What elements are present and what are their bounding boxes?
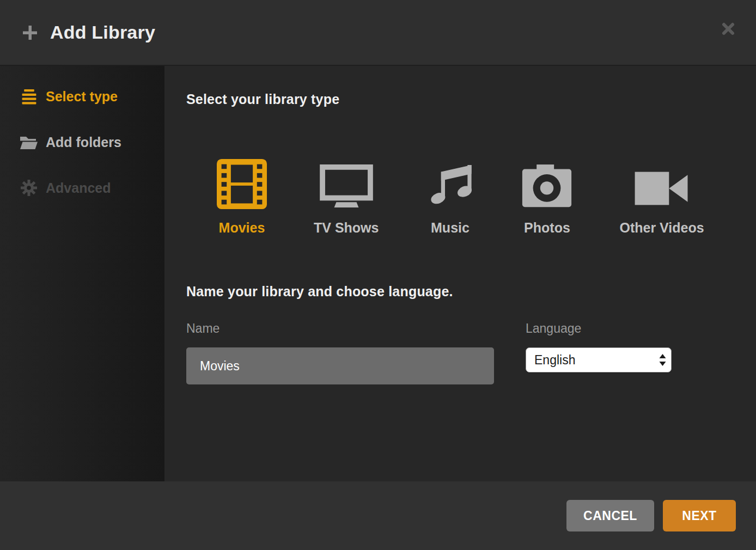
library-type-label: Other Videos — [619, 220, 704, 236]
library-name-input[interactable] — [186, 347, 494, 384]
video-camera-icon — [635, 159, 689, 209]
sidebar-item-add-folders[interactable]: Add folders — [0, 127, 164, 157]
camera-icon — [521, 159, 572, 209]
name-label: Name — [186, 321, 494, 336]
list-icon — [20, 88, 38, 105]
library-type-label: Movies — [219, 220, 265, 236]
dialog-footer: CANCEL NEXT — [0, 481, 756, 550]
library-type-tv-shows[interactable]: TV Shows — [314, 159, 379, 236]
dialog-title: Add Library — [50, 22, 155, 43]
film-strip-icon — [217, 159, 267, 209]
library-type-music[interactable]: Music — [425, 159, 474, 236]
cancel-button[interactable]: CANCEL — [566, 500, 654, 531]
tv-icon — [320, 159, 373, 209]
language-select-value: English — [534, 353, 575, 368]
sidebar-item-label: Advanced — [46, 180, 111, 196]
library-type-label: Photos — [524, 220, 570, 236]
library-type-label: Music — [431, 220, 470, 236]
sidebar-item-advanced: Advanced — [0, 173, 164, 203]
sidebar-item-label: Select type — [46, 89, 118, 105]
stepper-icon — [659, 353, 666, 366]
wizard-steps-sidebar: Select type Add folders — [0, 66, 164, 481]
close-button[interactable] — [721, 22, 735, 36]
library-type-photos[interactable]: Photos — [521, 159, 572, 236]
sidebar-item-label: Add folders — [46, 135, 121, 150]
language-label: Language — [526, 321, 672, 336]
dialog-content: Select your library type Movies — [164, 66, 756, 481]
next-button[interactable]: NEXT — [663, 500, 736, 531]
plus-icon — [22, 25, 38, 41]
library-type-label: TV Shows — [314, 220, 379, 236]
library-type-other-videos[interactable]: Other Videos — [619, 159, 704, 236]
name-language-form: Name Language English — [186, 321, 734, 384]
gear-icon — [20, 180, 38, 196]
dialog-header: Add Library — [0, 0, 756, 66]
music-note-icon — [425, 159, 474, 209]
language-select[interactable]: English — [526, 347, 672, 372]
close-icon — [721, 22, 735, 36]
library-type-heading: Select your library type — [186, 91, 734, 107]
library-type-list: Movies TV Shows Music — [217, 159, 734, 236]
name-language-heading: Name your library and choose language. — [186, 284, 734, 300]
folder-open-icon — [20, 135, 38, 150]
sidebar-item-select-type[interactable]: Select type — [0, 81, 164, 112]
library-type-movies[interactable]: Movies — [217, 159, 267, 236]
